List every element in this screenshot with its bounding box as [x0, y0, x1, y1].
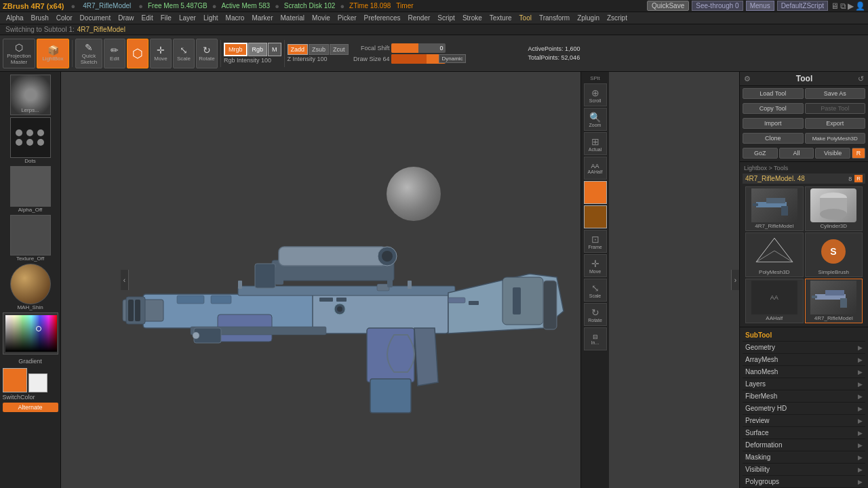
alternate-button[interactable]: Alternate [3, 403, 58, 412]
r-button[interactable]: R [852, 148, 865, 159]
draw-button[interactable]: ⬡ [127, 39, 149, 68]
subtool-item-arraymesh[interactable]: ArrayMesh ▶ [743, 354, 865, 366]
subtool-item-nanomesh[interactable]: NanoMesh ▶ [743, 366, 865, 378]
aahalf-button[interactable]: AA AAHalf [584, 157, 607, 180]
mrgb-button[interactable]: Mrgb [224, 43, 248, 56]
subtool-item-masking[interactable]: Masking ▶ [743, 451, 865, 464]
subtool-item-surface[interactable]: Surface ▶ [743, 427, 865, 439]
menu-transform[interactable]: Transform [536, 13, 573, 23]
scroll-button[interactable]: ⊕ Scroll [584, 83, 607, 106]
copy-tool-button[interactable]: Copy Tool [743, 103, 804, 114]
quick-sketch-button[interactable]: ✎ Quick Sketch [75, 39, 102, 68]
menu-document[interactable]: Document [77, 13, 115, 23]
user-icon[interactable]: 👤 [855, 1, 865, 11]
menu-brush[interactable]: Brush [28, 13, 52, 23]
projection-master-button[interactable]: ⬡ Projection Master [3, 39, 35, 68]
menu-render[interactable]: Render [405, 13, 434, 23]
menu-file[interactable]: File [157, 13, 175, 23]
right-collapse-arrow[interactable]: › [731, 270, 739, 290]
export-button[interactable]: Export [805, 118, 866, 129]
thumb-cylinder[interactable]: Cylinder3D [805, 186, 863, 231]
menu-preferences[interactable]: Preferences [361, 13, 404, 23]
menu-layer[interactable]: Layer [176, 13, 199, 23]
thumb-simplebrush[interactable]: S SimpleBrush [805, 232, 863, 277]
alpha-off-section[interactable]: Alpha_Off [10, 166, 51, 213]
menu-tool[interactable]: Tool [516, 13, 535, 23]
subtool-item-geometryhd[interactable]: Geometry HD ▶ [743, 403, 865, 415]
rotate-button[interactable]: ↻ Rotate [196, 39, 218, 68]
m-button[interactable]: M [268, 43, 281, 56]
zsub-button[interactable]: Zsub [309, 44, 329, 55]
menu-edit[interactable]: Edit [138, 13, 157, 23]
menus-button[interactable]: Menus [746, 1, 774, 11]
color-picker[interactable] [3, 312, 58, 354]
seethrough-button[interactable]: See-through 0 [692, 1, 743, 11]
menu-texture[interactable]: Texture [486, 13, 515, 23]
move-button[interactable]: ✛ Move [150, 39, 172, 68]
subtool-item-geometry[interactable]: Geometry ▶ [743, 342, 865, 354]
menu-light[interactable]: Light [200, 13, 222, 23]
thumb-rifle1[interactable]: 4R7_RifleModel [745, 186, 804, 231]
color-swatch[interactable] [5, 315, 57, 352]
subtool-item-polygroups[interactable]: Polygroups ▶ [743, 476, 865, 488]
subtool-item-layers[interactable]: Layers ▶ [743, 378, 865, 390]
copy-icon[interactable]: ⧉ [840, 1, 846, 11]
monitor-icon[interactable]: 🖥 [831, 1, 839, 11]
material-section[interactable]: MAH_Shin [10, 264, 51, 310]
texture-preview[interactable] [10, 215, 51, 256]
quicksave-button[interactable]: QuickSave [647, 1, 689, 11]
menu-draw[interactable]: Draw [115, 13, 137, 23]
default-script-button[interactable]: DefaultZScript [777, 1, 828, 11]
menu-color[interactable]: Color [53, 13, 76, 23]
all-button[interactable]: All [779, 148, 814, 159]
thumb-polymesh[interactable]: PolyMesh3D [745, 232, 804, 277]
import-button[interactable]: Import [743, 118, 804, 129]
alpha-section[interactable]: Lerps... [10, 75, 51, 115]
subtool-item-subtool[interactable]: SubTool [743, 329, 865, 342]
dots-preview[interactable] [10, 117, 51, 158]
draw-size-slider[interactable]: Dynamic [391, 54, 446, 64]
rgb-button[interactable]: Rgb [248, 43, 268, 56]
refresh-icon[interactable]: ↺ [858, 75, 864, 83]
dynamic-button[interactable]: Dynamic [439, 54, 465, 63]
menu-alpha[interactable]: Alpha [3, 13, 27, 23]
thumb-rifle2[interactable]: 4R7_RifleModel [805, 279, 863, 323]
lightbox-button[interactable]: 📦 LightBox [37, 39, 69, 68]
arrow-icon[interactable]: ▶ [848, 1, 854, 11]
subtool-item-preview[interactable]: Preview ▶ [743, 415, 865, 427]
secondary-color-swatch[interactable] [28, 373, 47, 392]
brown-swatch[interactable] [584, 205, 607, 228]
focal-shift-slider[interactable]: 0 [391, 43, 446, 53]
menu-marker[interactable]: Marker [248, 13, 276, 23]
make-polymesh-button[interactable]: Make PolyMesh3D [805, 133, 866, 144]
load-tool-button[interactable]: Load Tool [743, 88, 804, 99]
subtool-item-deformation[interactable]: Deformation ▶ [743, 439, 865, 451]
subtool-item-visibility[interactable]: Visibility ▶ [743, 464, 865, 476]
menu-script[interactable]: Script [434, 13, 458, 23]
clone-button[interactable]: Clone [743, 133, 804, 144]
alpha-preview[interactable]: Lerps... [10, 75, 51, 115]
save-as-button[interactable]: Save As [805, 88, 866, 99]
menu-zplugin[interactable]: Zplugin [574, 13, 603, 23]
menu-stroke[interactable]: Stroke [459, 13, 486, 23]
in-button[interactable]: ⊟ In... [584, 327, 607, 350]
subtool-item-fibermesh[interactable]: FiberMesh ▶ [743, 390, 865, 403]
alpha-off-preview[interactable] [10, 166, 51, 207]
zadd-button[interactable]: Zadd [288, 44, 309, 55]
thumb-aahalf[interactable]: AA AAHalf [745, 279, 804, 323]
canvas-area[interactable]: ‹ › SPlt ⊕ Scroll 🔍 Zoom ⊞ Actual AA [61, 72, 739, 488]
frame-button[interactable]: ⊡ Frame [584, 230, 607, 253]
menu-macro[interactable]: Macro [222, 13, 248, 23]
edit-button[interactable]: ✏ Edit [104, 39, 125, 68]
rotate-icon-button[interactable]: ↻ Rotate [584, 303, 607, 326]
brush-section[interactable]: Dots [10, 117, 51, 164]
zoom-button[interactable]: 🔍 Zoom [584, 108, 607, 131]
zcut-button[interactable]: Zcut [330, 44, 349, 55]
move-icon-button[interactable]: ✛ Move [584, 254, 607, 277]
paste-tool-button[interactable]: Paste Tool [805, 103, 866, 114]
actual-button[interactable]: ⊞ Actual [584, 132, 607, 155]
menu-picker[interactable]: Picker [334, 13, 360, 23]
left-collapse-arrow[interactable]: ‹ [121, 270, 129, 290]
goz-button[interactable]: GoZ [743, 148, 778, 159]
switchcolor-label[interactable]: SwitchColor [3, 394, 35, 401]
